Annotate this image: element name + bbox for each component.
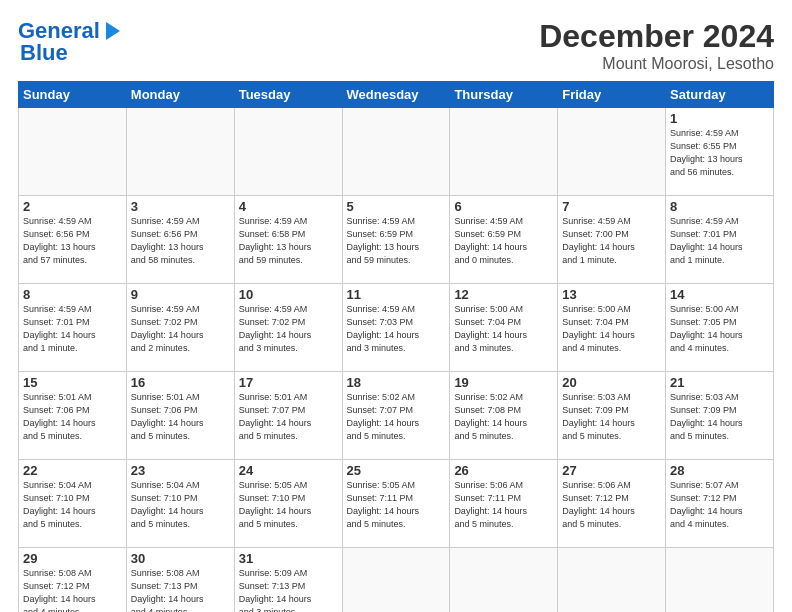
- day-12: 12 Sunrise: 5:00 AMSunset: 7:04 PMDaylig…: [450, 284, 558, 372]
- svg-marker-0: [106, 22, 120, 40]
- day-info: Sunrise: 5:09 AMSunset: 7:13 PMDaylight:…: [239, 567, 338, 612]
- day-28: 28 Sunrise: 5:07 AMSunset: 7:12 PMDaylig…: [666, 460, 774, 548]
- day-info: Sunrise: 4:59 AMSunset: 6:55 PMDaylight:…: [670, 127, 769, 179]
- day-16: 16 Sunrise: 5:01 AMSunset: 7:06 PMDaylig…: [126, 372, 234, 460]
- day-info: Sunrise: 4:59 AMSunset: 7:02 PMDaylight:…: [131, 303, 230, 355]
- day-number: 27: [562, 463, 661, 478]
- day-19: 19 Sunrise: 5:02 AMSunset: 7:08 PMDaylig…: [450, 372, 558, 460]
- day-number: 23: [131, 463, 230, 478]
- day-number: 5: [347, 199, 446, 214]
- day-info: Sunrise: 5:07 AMSunset: 7:12 PMDaylight:…: [670, 479, 769, 531]
- empty-cell: [19, 108, 127, 196]
- day-number: 28: [670, 463, 769, 478]
- day-info: Sunrise: 4:59 AMSunset: 7:00 PMDaylight:…: [562, 215, 661, 267]
- col-friday: Friday: [558, 82, 666, 108]
- page: General Blue December 2024 Mount Moorosi…: [0, 0, 792, 612]
- day-17: 17 Sunrise: 5:01 AMSunset: 7:07 PMDaylig…: [234, 372, 342, 460]
- logo-text-block: General Blue: [18, 18, 124, 66]
- col-thursday: Thursday: [450, 82, 558, 108]
- day-info: Sunrise: 5:03 AMSunset: 7:09 PMDaylight:…: [562, 391, 661, 443]
- day-6: 6 Sunrise: 4:59 AMSunset: 6:59 PMDayligh…: [450, 196, 558, 284]
- day-27: 27 Sunrise: 5:06 AMSunset: 7:12 PMDaylig…: [558, 460, 666, 548]
- day-number: 8: [23, 287, 122, 302]
- day-info: Sunrise: 4:59 AMSunset: 6:59 PMDaylight:…: [454, 215, 553, 267]
- empty-cell: [126, 108, 234, 196]
- month-title: December 2024: [539, 18, 774, 55]
- day-26: 26 Sunrise: 5:06 AMSunset: 7:11 PMDaylig…: [450, 460, 558, 548]
- day-number: 29: [23, 551, 122, 566]
- day-number: 30: [131, 551, 230, 566]
- day-30: 30 Sunrise: 5:08 AMSunset: 7:13 PMDaylig…: [126, 548, 234, 613]
- day-info: Sunrise: 4:59 AMSunset: 7:01 PMDaylight:…: [23, 303, 122, 355]
- day-14: 14 Sunrise: 5:00 AMSunset: 7:05 PMDaylig…: [666, 284, 774, 372]
- day-20: 20 Sunrise: 5:03 AMSunset: 7:09 PMDaylig…: [558, 372, 666, 460]
- day-13: 13 Sunrise: 5:00 AMSunset: 7:04 PMDaylig…: [558, 284, 666, 372]
- empty-cell: [666, 548, 774, 613]
- day-number: 21: [670, 375, 769, 390]
- logo-blue: Blue: [20, 40, 68, 66]
- day-number: 19: [454, 375, 553, 390]
- day-25: 25 Sunrise: 5:05 AMSunset: 7:11 PMDaylig…: [342, 460, 450, 548]
- day-24: 24 Sunrise: 5:05 AMSunset: 7:10 PMDaylig…: [234, 460, 342, 548]
- day-info: Sunrise: 5:00 AMSunset: 7:04 PMDaylight:…: [562, 303, 661, 355]
- day-number: 4: [239, 199, 338, 214]
- empty-cell: [234, 108, 342, 196]
- day-4: 4 Sunrise: 4:59 AMSunset: 6:58 PMDayligh…: [234, 196, 342, 284]
- day-info: Sunrise: 5:00 AMSunset: 7:05 PMDaylight:…: [670, 303, 769, 355]
- day-number: 11: [347, 287, 446, 302]
- day-info: Sunrise: 5:06 AMSunset: 7:11 PMDaylight:…: [454, 479, 553, 531]
- week-row-1: 1 Sunrise: 4:59 AMSunset: 6:55 PMDayligh…: [19, 108, 774, 196]
- day-info: Sunrise: 4:59 AMSunset: 7:02 PMDaylight:…: [239, 303, 338, 355]
- day-info: Sunrise: 4:59 AMSunset: 6:58 PMDaylight:…: [239, 215, 338, 267]
- day-number: 26: [454, 463, 553, 478]
- day-number: 22: [23, 463, 122, 478]
- day-number: 25: [347, 463, 446, 478]
- empty-cell: [558, 548, 666, 613]
- empty-cell: [450, 548, 558, 613]
- day-number: 17: [239, 375, 338, 390]
- empty-cell: [558, 108, 666, 196]
- day-21: 21 Sunrise: 5:03 AMSunset: 7:09 PMDaylig…: [666, 372, 774, 460]
- day-info: Sunrise: 4:59 AMSunset: 7:03 PMDaylight:…: [347, 303, 446, 355]
- day-number: 1: [670, 111, 769, 126]
- day-info: Sunrise: 5:01 AMSunset: 7:07 PMDaylight:…: [239, 391, 338, 443]
- day-info: Sunrise: 5:02 AMSunset: 7:08 PMDaylight:…: [454, 391, 553, 443]
- empty-cell: [450, 108, 558, 196]
- day-number: 18: [347, 375, 446, 390]
- day-number: 16: [131, 375, 230, 390]
- day-22: 22 Sunrise: 5:04 AMSunset: 7:10 PMDaylig…: [19, 460, 127, 548]
- calendar-header-row: Sunday Monday Tuesday Wednesday Thursday…: [19, 82, 774, 108]
- day-info: Sunrise: 5:03 AMSunset: 7:09 PMDaylight:…: [670, 391, 769, 443]
- day-29: 29 Sunrise: 5:08 AMSunset: 7:12 PMDaylig…: [19, 548, 127, 613]
- day-9: 9 Sunrise: 4:59 AMSunset: 7:02 PMDayligh…: [126, 284, 234, 372]
- header: General Blue December 2024 Mount Moorosi…: [18, 18, 774, 73]
- day-10: 10 Sunrise: 4:59 AMSunset: 7:02 PMDaylig…: [234, 284, 342, 372]
- day-info: Sunrise: 5:08 AMSunset: 7:12 PMDaylight:…: [23, 567, 122, 612]
- week-row-4: 15 Sunrise: 5:01 AMSunset: 7:06 PMDaylig…: [19, 372, 774, 460]
- col-monday: Monday: [126, 82, 234, 108]
- week-row-3: 8 Sunrise: 4:59 AMSunset: 7:01 PMDayligh…: [19, 284, 774, 372]
- col-saturday: Saturday: [666, 82, 774, 108]
- day-info: Sunrise: 4:59 AMSunset: 6:56 PMDaylight:…: [131, 215, 230, 267]
- day-info: Sunrise: 4:59 AMSunset: 7:01 PMDaylight:…: [670, 215, 769, 267]
- day-number: 6: [454, 199, 553, 214]
- logo: General Blue: [18, 18, 124, 66]
- col-tuesday: Tuesday: [234, 82, 342, 108]
- day-23: 23 Sunrise: 5:04 AMSunset: 7:10 PMDaylig…: [126, 460, 234, 548]
- day-number: 2: [23, 199, 122, 214]
- day-info: Sunrise: 4:59 AMSunset: 6:56 PMDaylight:…: [23, 215, 122, 267]
- day-1: 1 Sunrise: 4:59 AMSunset: 6:55 PMDayligh…: [666, 108, 774, 196]
- day-3: 3 Sunrise: 4:59 AMSunset: 6:56 PMDayligh…: [126, 196, 234, 284]
- day-number: 14: [670, 287, 769, 302]
- day-info: Sunrise: 5:02 AMSunset: 7:07 PMDaylight:…: [347, 391, 446, 443]
- day-number: 31: [239, 551, 338, 566]
- col-wednesday: Wednesday: [342, 82, 450, 108]
- day-info: Sunrise: 5:05 AMSunset: 7:11 PMDaylight:…: [347, 479, 446, 531]
- day-15: 15 Sunrise: 5:01 AMSunset: 7:06 PMDaylig…: [19, 372, 127, 460]
- week-row-2: 2 Sunrise: 4:59 AMSunset: 6:56 PMDayligh…: [19, 196, 774, 284]
- title-section: December 2024 Mount Moorosi, Lesotho: [539, 18, 774, 73]
- day-info: Sunrise: 5:08 AMSunset: 7:13 PMDaylight:…: [131, 567, 230, 612]
- day-number: 13: [562, 287, 661, 302]
- day-info: Sunrise: 5:04 AMSunset: 7:10 PMDaylight:…: [131, 479, 230, 531]
- day-info: Sunrise: 5:00 AMSunset: 7:04 PMDaylight:…: [454, 303, 553, 355]
